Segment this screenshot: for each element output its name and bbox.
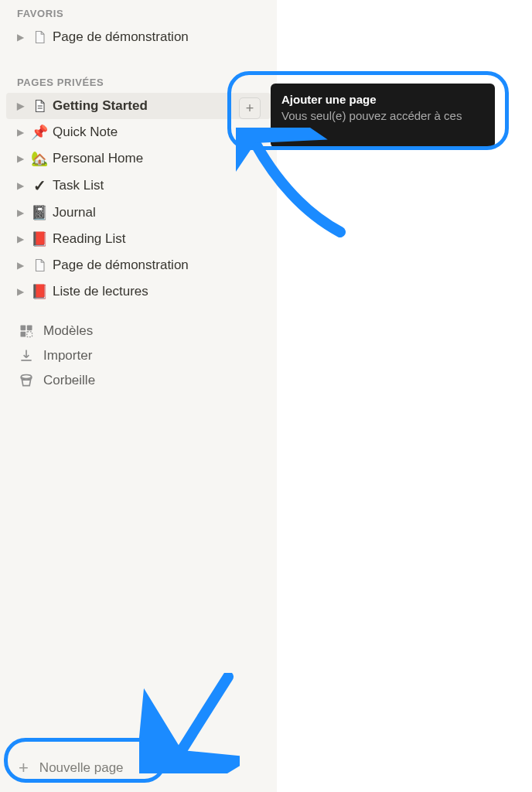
svg-rect-5 xyxy=(27,332,32,337)
svg-rect-3 xyxy=(27,326,32,331)
import-icon xyxy=(19,348,34,364)
favoris-section: FAVORIS ▶ Page de démonstration xyxy=(0,0,277,50)
chevron-right-icon[interactable]: ▶ xyxy=(14,180,26,191)
private-section: PAGES PRIVÉES ▶ Getting Started ▶ 📌 Quic… xyxy=(0,50,277,305)
sidebar-item-task-list[interactable]: ▶ ✓ Task List xyxy=(6,172,271,200)
house-icon: 🏡 xyxy=(31,150,48,167)
sidebar-item-label: Task List xyxy=(53,178,263,193)
tooltip-body: Vous seul(e) pouvez accéder à ces pages. xyxy=(281,108,484,140)
chevron-right-icon[interactable]: ▶ xyxy=(14,32,26,43)
plus-icon: + xyxy=(19,758,29,778)
trash-icon xyxy=(19,373,34,388)
utility-label: Importer xyxy=(43,348,92,364)
new-page-label: Nouvelle page xyxy=(39,760,124,776)
chevron-right-icon[interactable]: ▶ xyxy=(14,207,26,218)
chevron-right-icon[interactable]: ▶ xyxy=(14,101,26,111)
chevron-right-icon[interactable]: ▶ xyxy=(14,260,26,271)
chevron-right-icon[interactable]: ▶ xyxy=(14,234,26,244)
sidebar-item-label: Page de démonstration xyxy=(53,258,263,273)
sidebar-item-import[interactable]: Importer xyxy=(6,343,271,368)
page-icon xyxy=(31,97,48,114)
utility-label: Modèles xyxy=(43,323,93,339)
sidebar-item-reading-list[interactable]: ▶ 📕 Reading List xyxy=(6,226,271,252)
sidebar-item-label: Getting Started xyxy=(53,98,263,114)
notebook-icon: 📓 xyxy=(31,204,48,221)
sidebar-item-label: Liste de lectures xyxy=(53,284,263,299)
svg-rect-2 xyxy=(21,326,26,331)
plus-icon: + xyxy=(246,101,254,117)
sidebar-item-trash[interactable]: Corbeille xyxy=(6,368,271,393)
sidebar-item-label: Quick Note xyxy=(53,125,263,140)
tooltip: Ajouter une page Vous seul(e) pouvez acc… xyxy=(271,84,495,148)
book-icon: 📕 xyxy=(31,230,48,248)
favoris-label: FAVORIS xyxy=(17,8,63,19)
private-label: PAGES PRIVÉES xyxy=(17,77,104,88)
svg-point-6 xyxy=(21,375,31,379)
check-icon: ✓ xyxy=(31,176,48,195)
sidebar-item-label: Reading List xyxy=(53,231,263,247)
page-icon xyxy=(31,29,48,46)
tooltip-title: Ajouter une page xyxy=(281,91,484,108)
pin-icon: 📌 xyxy=(31,124,48,141)
sidebar-item-page-demo[interactable]: ▶ Page de démonstration xyxy=(6,24,271,50)
sidebar-item-page-demo-2[interactable]: ▶ Page de démonstration xyxy=(6,252,271,278)
new-page-button[interactable]: + Nouvelle page xyxy=(5,749,272,787)
utility-section: Modèles Importer Corbeille xyxy=(0,305,277,393)
spacer xyxy=(0,393,277,749)
utility-label: Corbeille xyxy=(43,373,95,388)
templates-icon xyxy=(19,323,34,339)
sidebar-item-label: Page de démonstration xyxy=(53,29,263,45)
book-icon: 📕 xyxy=(31,283,48,300)
add-page-button[interactable]: + xyxy=(239,97,261,119)
chevron-right-icon[interactable]: ▶ xyxy=(14,153,26,164)
chevron-right-icon[interactable]: ▶ xyxy=(14,127,26,138)
sidebar-item-quick-note[interactable]: ▶ 📌 Quick Note xyxy=(6,119,271,145)
svg-rect-4 xyxy=(21,332,26,337)
sidebar-item-label: Journal xyxy=(53,205,263,220)
favoris-header[interactable]: FAVORIS xyxy=(6,0,271,24)
sidebar-item-journal[interactable]: ▶ 📓 Journal xyxy=(6,200,271,226)
private-header[interactable]: PAGES PRIVÉES xyxy=(6,69,271,93)
sidebar-item-templates[interactable]: Modèles xyxy=(6,319,271,343)
sidebar-item-personal-home[interactable]: ▶ 🏡 Personal Home xyxy=(6,145,271,172)
chevron-right-icon[interactable]: ▶ xyxy=(14,286,26,297)
sidebar-item-label: Personal Home xyxy=(53,151,263,166)
sidebar: FAVORIS ▶ Page de démonstration PAGES PR… xyxy=(0,0,277,792)
sidebar-item-getting-started[interactable]: ▶ Getting Started xyxy=(6,93,271,119)
sidebar-item-liste-lectures[interactable]: ▶ 📕 Liste de lectures xyxy=(6,278,271,305)
page-icon xyxy=(31,257,48,274)
